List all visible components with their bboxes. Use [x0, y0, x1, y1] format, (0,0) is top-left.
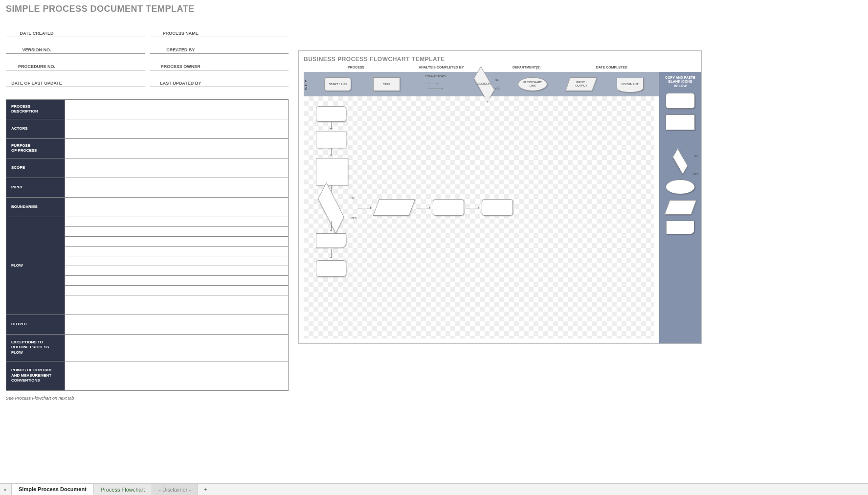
row-boundaries: BOUNDARIES	[6, 197, 65, 217]
meta-created-by: CREATED BY	[150, 37, 211, 53]
palette-decision[interactable]	[672, 148, 688, 175]
canvas-step2[interactable]	[316, 158, 348, 185]
tab-disclaimer[interactable]: - Disclaimer -	[152, 484, 198, 495]
meta-process-owner: PROCESS OWNER	[150, 53, 211, 70]
tab-add-button[interactable]: +	[198, 484, 213, 495]
row-scope: SCOPE	[6, 158, 65, 178]
flowchart-canvas[interactable]: NO YES	[304, 96, 654, 338]
meta-last-update: DATE OF LAST UPDATE	[6, 70, 67, 87]
doc-title: SIMPLE PROCESS DOCUMENT TEMPLATE	[6, 4, 289, 14]
process-document-panel: SIMPLE PROCESS DOCUMENT TEMPLATE DATE CR…	[6, 4, 289, 401]
arrow-icon	[331, 221, 332, 231]
hdr-process: PROCESS	[313, 66, 399, 69]
palette-step[interactable]	[666, 114, 695, 130]
palette-title: COPY AND PASTE BLANK ICONS BELOW	[661, 76, 699, 88]
canvas-yes: YES	[351, 217, 356, 220]
meta-procedure: PROCEDURE NO.	[6, 53, 67, 70]
flowchart-headers: PROCESS ANALYSIS COMPLETED BY DEPARTMENT…	[304, 66, 696, 69]
canvas-startend[interactable]	[316, 106, 346, 122]
key-no-label: NO	[495, 78, 499, 81]
arrow-icon	[331, 249, 332, 258]
shapes-palette: COPY AND PASTE BLANK ICONS BELOW NO YES	[659, 72, 701, 343]
palette-doc[interactable]	[666, 221, 694, 234]
palette-para[interactable]	[664, 200, 696, 215]
tab-simple-process[interactable]: Simple Process Document	[12, 484, 94, 495]
key-io-shape[interactable]: INPUT / OUTPUT	[565, 77, 597, 91]
palette-startend[interactable]	[666, 93, 695, 109]
tab-nav-icon[interactable]: ▸	[0, 484, 12, 495]
meta-process-name: PROCESS NAME	[150, 20, 211, 37]
meta-version: VERSION NO.	[6, 37, 67, 53]
key-link-shape[interactable]: FLOWCHART LINK	[518, 77, 547, 91]
arrow-icon	[331, 148, 332, 156]
canvas-round1[interactable]	[433, 199, 464, 216]
key-bar: KEY START / END STEP CONNECTORS NO DECIS…	[304, 72, 696, 96]
flowchart-panel: BUSINESS PROCESS FLOWCHART TEMPLATE PROC…	[298, 4, 862, 401]
arrow-icon	[357, 208, 371, 208]
row-output: OUTPUT	[6, 315, 65, 334]
key-connectors-icon[interactable]	[423, 79, 447, 93]
arrow-icon	[466, 208, 479, 208]
row-points: POINTS OF CONTROL AND MEASUREMENT CONVEN…	[6, 361, 65, 390]
key-document-shape[interactable]: DOCUMENT	[617, 78, 644, 90]
hdr-analysis: ANALYSIS COMPLETED BY	[399, 66, 484, 69]
flowchart-title: BUSINESS PROCESS FLOWCHART TEMPLATE	[304, 56, 696, 63]
canvas-doc[interactable]	[316, 233, 346, 248]
tab-process-flowchart[interactable]: Process Flowchart	[94, 484, 152, 495]
key-label: KEY	[304, 79, 313, 90]
hdr-dept: DEPARTMENT(S)	[484, 66, 569, 69]
canvas-step1[interactable]	[316, 132, 346, 148]
canvas-no: NO	[351, 196, 355, 199]
process-details-table: PROCESS DESCRIPTION ACTORS PURPOSE OF PR…	[6, 99, 289, 391]
canvas-end[interactable]	[316, 260, 346, 277]
footnote: See Process Flowchart on next tab	[6, 396, 289, 401]
key-connectors-label: CONNECTORS	[425, 75, 446, 78]
palette-connectors[interactable]	[661, 136, 699, 151]
key-startend-shape[interactable]: START / END	[324, 77, 351, 91]
metadata-table: DATE CREATEDPROCESS NAME VERSION NO.CREA…	[6, 20, 289, 87]
row-exceptions: EXCEPTIONS TO ROUTINE PROCESS FLOW	[6, 334, 65, 361]
hdr-date: DATE COMPLETED	[569, 66, 654, 69]
flowchart-box: BUSINESS PROCESS FLOWCHART TEMPLATE PROC…	[298, 50, 702, 344]
row-actors: ACTORS	[6, 119, 65, 138]
row-input: INPUT	[6, 178, 65, 197]
row-flow: FLOW	[6, 217, 65, 315]
sheet-tabs: ▸ Simple Process Document Process Flowch…	[0, 483, 868, 495]
meta-date-created: DATE CREATED	[6, 20, 67, 37]
meta-updated-by: LAST UPDATED BY	[150, 70, 211, 87]
arrow-icon	[331, 122, 332, 129]
arrow-icon	[417, 208, 430, 208]
key-step-shape[interactable]: STEP	[373, 77, 400, 91]
row-purpose: PURPOSE OF PROCESS	[6, 138, 65, 158]
key-yes-label: YES	[494, 87, 500, 90]
canvas-para[interactable]	[373, 199, 415, 216]
palette-ellipse[interactable]	[666, 180, 695, 194]
row-process-desc: PROCESS DESCRIPTION	[6, 99, 65, 119]
canvas-round2[interactable]	[482, 199, 513, 216]
